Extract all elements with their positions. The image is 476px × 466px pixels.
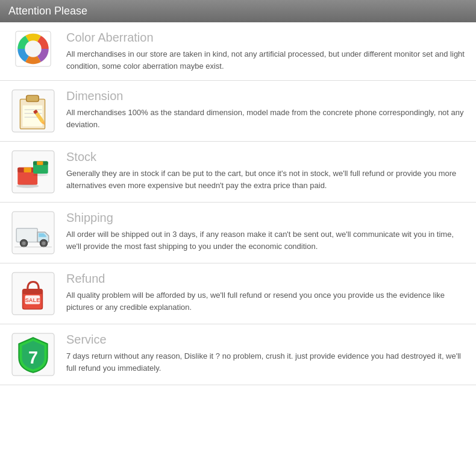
service-icon: 7 (11, 333, 55, 376)
item-stock: Stock Generally they are in stock if can… (0, 142, 476, 203)
svg-point-22 (33, 174, 48, 176)
dimension-content: Dimension All merchandises 100% as the s… (66, 89, 470, 130)
svg-point-21 (16, 184, 39, 188)
service-icon-wrapper: 7 (6, 333, 60, 376)
dimension-desc: All merchandises 100% as the standard di… (66, 107, 470, 130)
item-color-aberration: Color Aberration All merchandises in our… (0, 22, 476, 81)
stock-title: Stock (66, 150, 470, 164)
dimension-icon-wrapper (6, 89, 60, 133)
stock-icon (11, 150, 55, 194)
dimension-title: Dimension (66, 89, 470, 103)
dimension-icon (11, 89, 55, 133)
service-content: Service 7 days return without any reason… (66, 333, 470, 374)
color-aberration-icon (15, 31, 51, 67)
shipping-desc: All order will be shipped out in 3 days,… (66, 228, 470, 252)
refund-icon-wrapper: SALE (6, 272, 60, 315)
item-refund: SALE Refund All quality problem will be … (0, 263, 476, 324)
color-aberration-icon-wrapper (6, 31, 60, 67)
service-title: Service (66, 333, 470, 347)
svg-rect-32 (23, 289, 43, 294)
color-aberration-desc: All merchandises in our store are taken … (66, 48, 470, 72)
item-dimension: Dimension All merchandises 100% as the s… (0, 81, 476, 142)
shipping-title: Shipping (66, 211, 470, 225)
svg-point-26 (22, 241, 25, 245)
shipping-icon-wrapper (6, 211, 60, 254)
svg-point-1 (25, 40, 41, 57)
item-service: 7 Service 7 days return without any reas… (0, 324, 476, 385)
color-aberration-title: Color Aberration (66, 31, 470, 45)
svg-rect-24 (16, 228, 37, 242)
refund-content: Refund All quality problem will be affor… (66, 272, 470, 313)
color-aberration-content: Color Aberration All merchandises in our… (66, 31, 470, 72)
stock-content: Stock Generally they are in stock if can… (66, 150, 470, 191)
refund-desc: All quality problem will be afforded by … (66, 289, 470, 313)
stock-icon-wrapper (6, 150, 60, 194)
service-desc: 7 days return without any reason, Dislik… (66, 350, 470, 374)
svg-point-28 (42, 241, 45, 245)
svg-text:7: 7 (28, 348, 38, 367)
items-container: Color Aberration All merchandises in our… (0, 22, 476, 385)
item-shipping: Shipping All order will be shipped out i… (0, 203, 476, 263)
refund-title: Refund (66, 272, 470, 286)
svg-rect-5 (27, 95, 39, 101)
svg-rect-20 (37, 162, 43, 165)
shipping-content: Shipping All order will be shipped out i… (66, 211, 470, 252)
header: Attention Please (0, 0, 476, 22)
svg-text:SALE: SALE (25, 297, 40, 303)
shipping-icon (11, 211, 55, 254)
stock-desc: Generally they are in stock if can be pu… (66, 168, 470, 191)
header-title: Attention Please (8, 5, 87, 17)
refund-icon: SALE (11, 272, 55, 315)
svg-rect-17 (24, 168, 31, 172)
